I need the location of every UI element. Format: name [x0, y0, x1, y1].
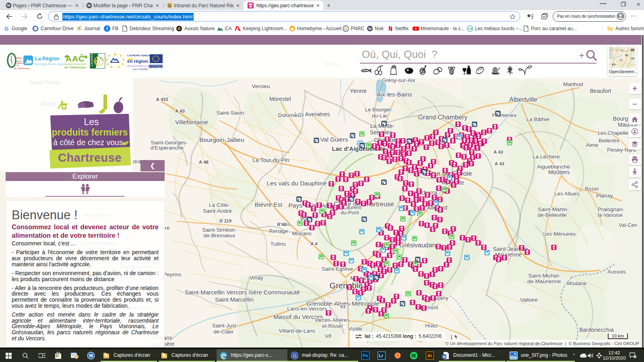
svg-text:Saint-Michel-: Saint-Michel- — [528, 273, 560, 279]
svg-text:Les vals du Dauphiné: Les vals du Dauphiné — [266, 180, 326, 187]
svg-text:Val Guiers: Val Guiers — [320, 136, 348, 143]
svg-text:Grésy-sur-Aix: Grésy-sur-Aix — [382, 77, 415, 83]
svg-text:G: G — [168, 3, 171, 8]
svg-text:de-Claix: de-Claix — [213, 329, 233, 335]
svg-text:G: G — [4, 26, 8, 32]
svg-text:Les Allues: Les Allues — [554, 191, 579, 197]
svg-text:La Région: La Région — [35, 56, 59, 62]
svg-text:Æ: Æ — [77, 26, 82, 31]
svg-text:Vif: Vif — [325, 333, 331, 339]
svg-text:Val-Cen: Val-Cen — [619, 222, 637, 228]
svg-text:Auvergne-Rhône-Alpes: Auvergne-Rhône-Alpes — [35, 63, 64, 66]
svg-text:Bourgoin-Jallieu: Bourgoin-Jallieu — [199, 136, 244, 143]
svg-text:Bozel: Bozel — [585, 186, 599, 192]
svg-text:Pralognan-: Pralognan- — [598, 206, 624, 212]
svg-text:d'Espéranche: d'Espéranche — [151, 145, 184, 151]
svg-text:Vinay: Vinay — [250, 275, 263, 281]
svg-text:du-Pont: du-Pont — [341, 210, 359, 216]
svg-text:de-Maurienne: de-Maurienne — [527, 278, 561, 284]
svg-text:G: G — [344, 27, 347, 31]
svg-text:M: M — [89, 353, 93, 358]
svg-text:produits fermiers: produits fermiers — [52, 127, 128, 138]
svg-text:Peyrins: Peyrins — [163, 272, 181, 278]
svg-text:Valloire: Valloire — [520, 297, 538, 303]
svg-text:Morestel: Morestel — [269, 96, 291, 102]
svg-text:Pays Voironnais: Pays Voironnais — [288, 202, 333, 209]
svg-text:Association des Agriculteurs: Association des Agriculteurs — [64, 63, 87, 65]
svg-text:W: W — [368, 27, 372, 31]
svg-text:avec le FEADER: avec le FEADER — [133, 68, 148, 70]
svg-text:A 43: A 43 — [495, 161, 504, 166]
svg-text:Moirans: Moirans — [292, 230, 312, 237]
svg-text:51: 51 — [341, 304, 346, 309]
svg-text:Saint-Just-: Saint-Just- — [212, 323, 238, 329]
svg-text:Renage: Renage — [269, 228, 288, 234]
svg-text:Saint-Siméon-: Saint-Siméon- — [202, 227, 237, 233]
svg-text:Huez: Huez — [425, 323, 438, 329]
svg-text:de-Belleville: de-Belleville — [538, 212, 567, 218]
svg-text:Dolomieu: Dolomieu — [278, 112, 301, 118]
svg-text:Modane: Modane — [567, 280, 587, 286]
svg-text:Marthod: Marthod — [563, 81, 583, 87]
svg-text:Saint-Martin-: Saint-Martin- — [538, 206, 569, 212]
svg-text:Parc: Parc — [17, 57, 22, 60]
svg-text:de Chartreuse: de Chartreuse — [64, 66, 86, 69]
svg-text:Tullins: Tullins — [270, 241, 286, 247]
svg-text:Villefontaine: Villefontaine — [175, 119, 208, 125]
svg-text:Vercieu: Vercieu — [252, 83, 270, 89]
svg-text:Moûtiers: Moûtiers — [548, 169, 570, 175]
svg-text:Aix-les-Bains: Aix-les-Bains — [377, 91, 412, 98]
svg-text:Bardonecchia: Bardonecchia — [579, 327, 614, 333]
svg-text:Chartreuse: Chartreuse — [58, 151, 122, 164]
svg-text:AAĈ: AAĈ — [66, 54, 85, 63]
svg-text:à côté de chez vous: à côté de chez vous — [53, 138, 123, 147]
svg-text:W: W — [87, 3, 91, 8]
svg-text:La Tour-du-Pin: La Tour-du-Pin — [252, 157, 289, 163]
svg-text:A 43: A 43 — [493, 150, 503, 154]
svg-text:La Léchère: La Léchère — [533, 154, 560, 160]
svg-text:Beaufort: Beaufort — [590, 88, 611, 94]
svg-text:Planay: Planay — [596, 193, 613, 199]
svg-text:Grand Chambéry: Grand Chambéry — [418, 114, 468, 121]
svg-text:Bièvre Est: Bièvre Est — [255, 201, 283, 208]
svg-text:en région: en région — [127, 59, 148, 64]
svg-text:G: G — [293, 353, 297, 359]
svg-text:W: W — [442, 355, 446, 359]
svg-text:du-Lac: du-Lac — [372, 113, 388, 119]
svg-text:Saint-André: Saint-André — [203, 208, 231, 214]
svg-text:Yenne: Yenne — [350, 87, 367, 94]
svg-text:Les: Les — [84, 117, 99, 127]
svg-text:A 432: A 432 — [156, 97, 168, 102]
svg-text:Saint-Marcellin Vercors Isère: Saint-Marcellin Vercors Isère Communauté — [185, 289, 300, 296]
svg-text:de Chartreuse: de Chartreuse — [14, 67, 30, 70]
svg-text:Aussois: Aussois — [607, 269, 626, 275]
svg-text:LM: LM — [468, 27, 473, 31]
svg-text:Vizille: Vizille — [348, 326, 362, 332]
svg-text:Saint-Marcellin: Saint-Marcellin — [215, 296, 254, 303]
svg-text:et-Risset: et-Risset — [322, 323, 343, 329]
svg-text:Varces-Allières-: Varces-Allières- — [315, 317, 351, 323]
svg-text:Bellentre: Bellentre — [599, 138, 619, 144]
svg-text:W: W — [7, 3, 11, 8]
svg-text:POUR LE DEVELOPPEMENT RURAL: POUR LE DEVELOPPEMENT RURAL — [146, 67, 163, 68]
svg-text:A 48: A 48 — [199, 160, 208, 165]
svg-text:Grenoble: Grenoble — [330, 281, 363, 290]
svg-text:Saint-Egrève: Saint-Egrève — [322, 266, 353, 272]
svg-text:1: 1 — [634, 356, 636, 358]
svg-text:L'EUROPE S'ENGAGE: L'EUROPE S'ENGAGE — [127, 54, 154, 57]
svg-text:La Côte-: La Côte- — [209, 202, 230, 208]
svg-text:La Bâthie: La Bâthie — [526, 116, 549, 122]
svg-text:A 4: A 4 — [310, 241, 318, 246]
svg-text:Albertville: Albertville — [509, 96, 537, 103]
svg-text:Les Chapelles: Les Chapelles — [598, 130, 631, 136]
svg-text:de-Bressieux: de-Bressieux — [204, 232, 235, 239]
svg-text:de: de — [17, 64, 19, 66]
svg-text:A 48: A 48 — [277, 222, 287, 227]
svg-text:Les Ménuires: Les Ménuires — [543, 231, 576, 237]
svg-text:D 119: D 119 — [219, 218, 231, 223]
svg-text:Le Bourget-: Le Bourget- — [365, 107, 392, 113]
svg-text:Aime: Aime — [586, 142, 599, 148]
svg-text:A 43: A 43 — [175, 109, 185, 113]
svg-text:LEADER: LEADER — [91, 53, 93, 66]
svg-text:Villard-de-Lans: Villard-de-Lans — [279, 328, 316, 334]
